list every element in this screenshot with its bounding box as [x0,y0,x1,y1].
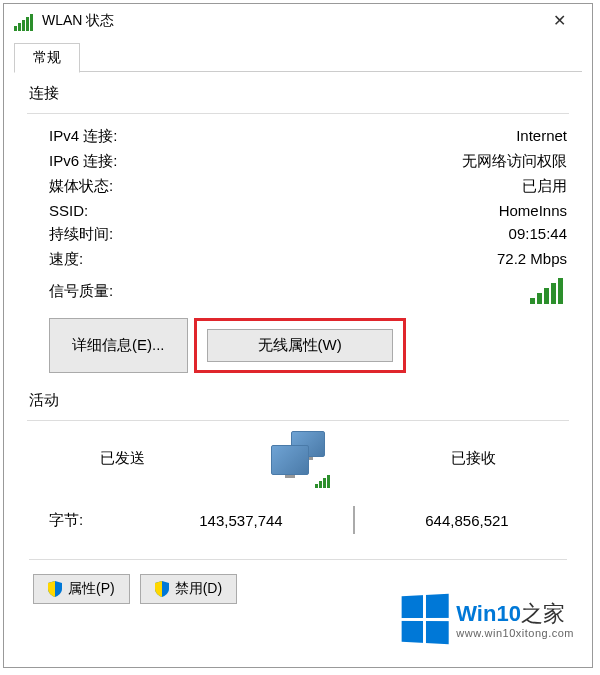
speed-label: 速度: [49,250,83,269]
wlan-status-window: WLAN 状态 ✕ 常规 连接 IPv4 连接: Internet IPv6 连… [3,3,593,668]
bytes-row: 字节: 143,537,744 644,856,521 [29,506,567,534]
ipv4-label: IPv4 连接: [49,127,117,146]
duration-label: 持续时间: [49,225,113,244]
ssid-value: HomeInns [499,202,567,219]
duration-row: 持续时间: 09:15:44 [29,222,567,247]
activity-section: 活动 已发送 已接收 字节: 143,537,744 644,856,521 [29,391,567,534]
properties-button[interactable]: 属性(P) [33,574,130,604]
details-button[interactable]: 详细信息(E)... [49,318,188,373]
media-value: 已启用 [522,177,567,196]
speed-row: 速度: 72.2 Mbps [29,247,567,272]
section-activity-heading: 活动 [29,391,567,410]
tab-general[interactable]: 常规 [14,43,80,73]
received-label: 已接收 [451,449,496,468]
disable-button[interactable]: 禁用(D) [140,574,237,604]
sent-label: 已发送 [100,449,145,468]
shield-icon [48,581,62,597]
close-button[interactable]: ✕ [537,6,582,36]
section-connection-heading: 连接 [29,84,567,103]
highlight-box: 无线属性(W) [194,318,406,373]
computers-icon [263,431,333,486]
bytes-sent-value: 143,537,744 [161,512,321,529]
ssid-label: SSID: [49,202,88,219]
ssid-row: SSID: HomeInns [29,199,567,222]
window-title: WLAN 状态 [42,12,114,30]
bytes-label: 字节: [49,511,129,530]
shield-icon [155,581,169,597]
wireless-properties-button[interactable]: 无线属性(W) [207,329,393,362]
mini-signal-icon [315,475,330,488]
ipv4-value: Internet [516,127,567,146]
ipv6-row: IPv6 连接: 无网络访问权限 [29,149,567,174]
bytes-separator [353,506,355,534]
ipv6-label: IPv6 连接: [49,152,117,171]
content: 连接 IPv4 连接: Internet IPv6 连接: 无网络访问权限 媒体… [4,72,592,614]
disable-button-label: 禁用(D) [175,580,222,598]
titlebar: WLAN 状态 ✕ [4,4,592,37]
signal-bars-icon [530,278,563,304]
activity-center-icon [248,431,348,486]
ipv4-row: IPv4 连接: Internet [29,124,567,149]
watermark-brand: Win10之家 [456,599,574,629]
wifi-icon [14,11,34,31]
windows-logo-icon [402,594,449,645]
speed-value: 72.2 Mbps [497,250,567,269]
tab-strip: 常规 [14,42,582,72]
media-label: 媒体状态: [49,177,113,196]
bytes-received-value: 644,856,521 [387,512,547,529]
watermark-url: www.win10xitong.com [456,627,574,639]
signal-label: 信号质量: [49,282,113,301]
media-row: 媒体状态: 已启用 [29,174,567,199]
watermark: Win10之家 www.win10xitong.com [400,595,574,643]
duration-value: 09:15:44 [509,225,567,244]
activity-labels-row: 已发送 已接收 [29,431,567,486]
signal-row: 信号质量: [29,272,567,310]
connection-buttons: 详细信息(E)... 无线属性(W) [49,318,567,373]
ipv6-value: 无网络访问权限 [462,152,567,171]
properties-button-label: 属性(P) [68,580,115,598]
